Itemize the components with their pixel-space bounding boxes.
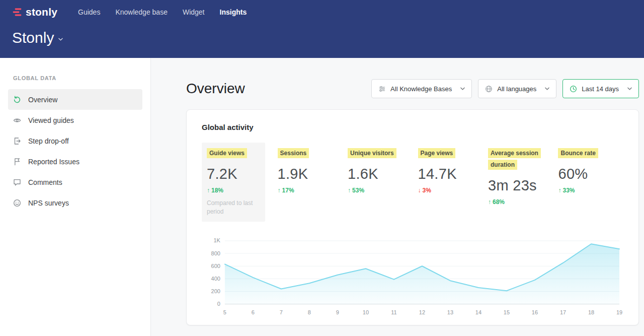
page-title: Overview (186, 81, 245, 97)
sidebar-item-label: Comments (28, 178, 62, 186)
workspace-title[interactable]: Stonly (12, 29, 54, 46)
metric-value: 60% (558, 166, 618, 182)
step-dropoff-icon (13, 137, 21, 145)
stonly-logo[interactable]: stonly (12, 6, 57, 18)
card-title: Global activity (202, 123, 623, 131)
workspace-row: Stonly (12, 21, 644, 46)
metric-label-wrap: Unique visitors (348, 148, 408, 159)
chevron-down-icon (627, 87, 632, 90)
metric-label-wrap: Page views (418, 148, 478, 159)
svg-text:16: 16 (532, 309, 538, 315)
metric-delta: ↑53% (348, 187, 408, 194)
sidebar-section-label: GLOBAL DATA (0, 75, 150, 81)
chevron-down-icon[interactable] (58, 38, 63, 41)
arrow-up-icon: ↑ (558, 187, 561, 194)
nav-item-widget[interactable]: Widget (183, 8, 205, 16)
filter-all-languages[interactable]: All languages (478, 79, 556, 98)
filter-label: All Knowledge Bases (390, 85, 452, 93)
metric-guide-views[interactable]: Guide views7.2K↑18%Compared to last peri… (202, 143, 265, 222)
filter-all-knowledge-bases[interactable]: All Knowledge Bases (371, 79, 472, 98)
metric-delta: ↑68% (488, 198, 548, 206)
sidebar-nav: OverviewViewed guidesStep drop-offReport… (0, 89, 150, 213)
metric-label: Sessions (278, 148, 309, 158)
metric-note: Compared to last period (207, 199, 259, 217)
metric-label-wrap: Guide views (207, 148, 260, 159)
title-row: Overview All Knowledge BasesAll language… (186, 79, 639, 98)
metric-label-wrap: Average session duration (488, 148, 548, 171)
top-navbar: stonly GuidesKnowledge baseWidgetInsight… (0, 0, 644, 58)
metric-delta: ↓3% (418, 187, 478, 194)
metric-delta: ↑18% (207, 187, 260, 194)
metric-sessions[interactable]: Sessions1.9K↑17% (273, 143, 343, 199)
comment-icon (13, 178, 21, 186)
svg-text:7: 7 (280, 309, 283, 315)
metric-label-wrap: Bounce rate (558, 148, 618, 159)
metric-value: 1.9K (278, 166, 338, 182)
sidebar-item-label: NPS surveys (28, 199, 69, 207)
metric-delta-value: 33% (562, 187, 575, 194)
filter-sliders-icon (378, 85, 386, 93)
nav-item-insights[interactable]: Insights (220, 8, 247, 16)
metric-label: Bounce rate (558, 148, 598, 158)
globe-icon (485, 85, 493, 93)
sidebar-item-label: Reported Issues (28, 158, 79, 166)
svg-text:18: 18 (588, 309, 594, 315)
svg-text:9: 9 (336, 309, 339, 315)
metric-value: 14.7K (418, 166, 478, 182)
metric-average-session-duration[interactable]: Average session duration3m 23s↑68% (483, 143, 553, 211)
sidebar-item-comments[interactable]: Comments (8, 172, 142, 192)
chevron-down-icon (460, 87, 465, 90)
arrow-up-icon: ↑ (207, 187, 210, 194)
metric-page-views[interactable]: Page views14.7K↓3% (413, 143, 483, 199)
sidebar-item-label: Overview (28, 96, 57, 104)
metric-unique-visitors[interactable]: Unique visitors1.6K↑53% (343, 143, 413, 199)
svg-text:600: 600 (211, 262, 220, 268)
chart-wrap: 02004006008001K5678910111213141516171819 (202, 236, 623, 322)
filter-label: All languages (497, 85, 536, 93)
primary-nav-row: stonly GuidesKnowledge baseWidgetInsight… (12, 0, 644, 21)
sidebar-item-nps-surveys[interactable]: NPS surveys (8, 192, 142, 213)
sidebar-item-step-drop-off[interactable]: Step drop-off (8, 130, 142, 151)
svg-text:17: 17 (560, 309, 566, 315)
metric-delta: ↑33% (558, 187, 618, 194)
svg-text:12: 12 (419, 309, 425, 315)
metric-label: Guide views (207, 148, 247, 158)
sidebar-item-overview[interactable]: Overview (8, 89, 142, 110)
metric-value: 1.6K (348, 166, 408, 182)
svg-text:1K: 1K (214, 237, 221, 243)
svg-text:10: 10 (363, 309, 369, 315)
sidebar-item-viewed-guides[interactable]: Viewed guides (8, 110, 142, 130)
metric-delta-value: 17% (282, 187, 294, 194)
smiley-icon (13, 199, 21, 207)
nav-item-guides[interactable]: Guides (78, 8, 100, 16)
metric-bounce-rate[interactable]: Bounce rate60%↑33% (553, 143, 623, 199)
global-activity-chart: 02004006008001K5678910111213141516171819 (202, 236, 623, 317)
metrics-row: Guide views7.2K↑18%Compared to last peri… (202, 143, 623, 222)
nav-item-knowledge-base[interactable]: Knowledge base (115, 8, 168, 16)
flag-icon (13, 158, 21, 166)
brand-name: stonly (26, 6, 57, 18)
svg-text:400: 400 (211, 275, 220, 281)
sidebar-item-label: Viewed guides (28, 116, 74, 124)
metric-label: Page views (418, 148, 456, 158)
metric-delta-value: 53% (352, 187, 364, 194)
svg-text:19: 19 (616, 309, 622, 315)
chevron-down-icon (545, 87, 549, 90)
metric-delta-value: 18% (211, 187, 223, 194)
arrow-up-icon: ↑ (488, 198, 491, 206)
metric-label-wrap: Sessions (278, 148, 338, 159)
svg-text:11: 11 (391, 309, 396, 315)
svg-text:15: 15 (504, 309, 510, 315)
sidebar: GLOBAL DATA OverviewViewed guidesStep dr… (0, 58, 151, 336)
arrow-down-icon: ↓ (418, 187, 421, 194)
global-activity-card: Global activity Guide views7.2K↑18%Compa… (186, 109, 639, 325)
main-content: Overview All Knowledge BasesAll language… (151, 58, 644, 336)
metric-delta-value: 68% (493, 198, 505, 206)
sidebar-item-reported-issues[interactable]: Reported Issues (8, 151, 142, 172)
filter-last-14-days[interactable]: Last 14 days (562, 79, 639, 98)
metric-label: Average session duration (488, 148, 541, 170)
svg-text:14: 14 (475, 309, 481, 315)
svg-text:13: 13 (447, 309, 453, 315)
metric-label: Unique visitors (348, 148, 396, 158)
metric-value: 3m 23s (488, 177, 548, 194)
